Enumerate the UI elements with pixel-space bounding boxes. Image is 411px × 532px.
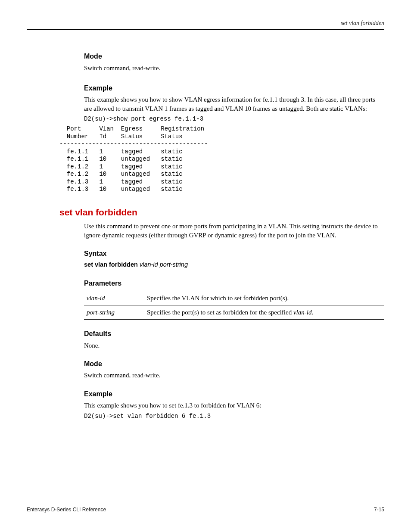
heading-mode: Mode [84,52,384,61]
heading-syntax: Syntax [84,249,384,258]
page-footer: Enterasys D-Series CLI Reference 7-15 [27,506,384,513]
heading-example: Example [84,84,384,93]
syntax-keyword: set vlan forbidden [84,261,138,268]
running-header: set vlan forbidden [341,19,384,28]
param-term: vlan-id [84,291,144,305]
example-command: D2(su)->show port egress fe.1.1-3 [84,115,384,123]
param-desc: Specifies the port(s) to set as forbidde… [144,305,384,319]
param-desc-italic: vlan-id [293,309,312,316]
footer-left: Enterasys D-Series CLI Reference [27,506,106,513]
page-content: Mode Switch command, read-write. Example… [84,43,384,420]
heading-parameters: Parameters [84,279,384,288]
param-desc-text: . [311,309,313,316]
defaults-text: None. [84,341,384,350]
mode-text-2: Switch command, read-write. [84,371,384,380]
command-heading: set vlan forbidden [59,206,384,218]
syntax-arg: vlan-id [140,261,158,268]
param-desc-text: Specifies the port(s) to set as forbidde… [147,309,293,316]
example-command-2: D2(su)->set vlan forbidden 6 fe.1.3 [84,413,384,420]
mode-text: Switch command, read-write. [84,64,384,72]
header-rule [27,29,384,30]
heading-mode-2: Mode [84,359,384,369]
example-intro-2: This example shows you how to set fe.1.3… [84,401,384,410]
syntax-line: set vlan forbidden vlan-id port-string [84,261,384,269]
param-term: port-string [84,305,144,319]
param-desc: Specifies the VLAN for which to set forb… [144,291,384,305]
heading-defaults: Defaults [84,329,384,339]
command-description: Use this command to prevent one or more … [84,222,384,240]
footer-page-number: 7-15 [374,506,384,513]
syntax-arg: port-string [160,261,188,268]
parameters-table: vlan-id Specifies the VLAN for which to … [84,291,384,320]
heading-example-2: Example [84,389,384,399]
table-row: port-string Specifies the port(s) to set… [84,305,384,319]
example-intro: This example shows you how to show VLAN … [84,95,384,113]
table-row: vlan-id Specifies the VLAN for which to … [84,291,384,305]
example-output: Port Vlan Egress Registration Number Id … [59,125,384,193]
